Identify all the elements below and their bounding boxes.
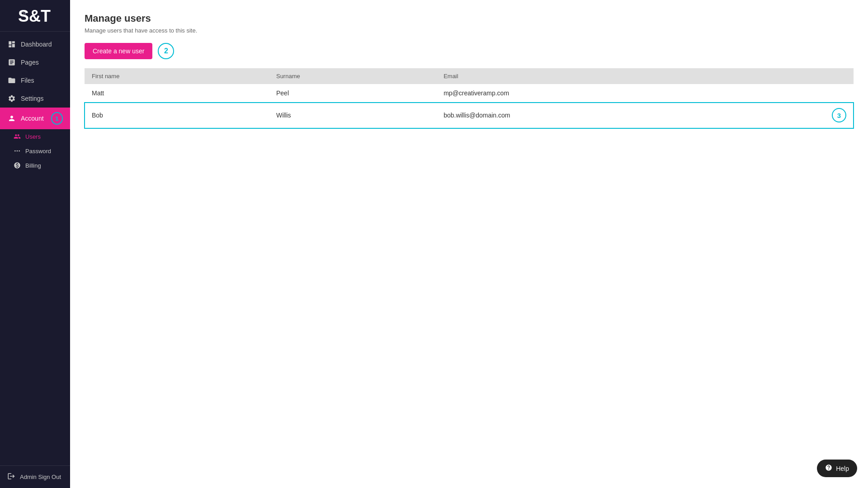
- help-label: Help: [836, 465, 849, 472]
- toolbar: Create a new user 2: [85, 43, 854, 59]
- sidebar-navigation: Dashboard Pages Files Settings: [0, 32, 70, 465]
- col-header-email: Email: [436, 68, 854, 84]
- sign-out-icon: [7, 472, 15, 482]
- sidebar-footer: Admin Sign Out: [0, 465, 70, 488]
- col-header-firstname: First name: [85, 68, 269, 84]
- users-table: First name Surname Email MattPeelmp@crea…: [85, 68, 854, 128]
- email-text: bob.willis@domain.com: [443, 112, 510, 119]
- files-icon: [7, 76, 16, 85]
- step2-badge: 2: [158, 43, 174, 59]
- help-icon: [825, 464, 832, 473]
- users-icon: [14, 133, 21, 140]
- table-row[interactable]: MattPeelmp@creativeramp.com: [85, 84, 854, 103]
- svg-point-6: [17, 150, 18, 152]
- svg-text:S: S: [18, 7, 28, 25]
- sidebar-item-pages-label: Pages: [21, 59, 39, 66]
- dashboard-icon: [7, 40, 16, 49]
- sidebar-item-pages[interactable]: Pages: [0, 53, 70, 71]
- sidebar-subitem-users-label: Users: [25, 133, 41, 140]
- cell-firstname: Bob: [85, 103, 269, 128]
- sidebar-subitem-billing[interactable]: Billing: [0, 158, 70, 173]
- settings-icon: [7, 94, 16, 103]
- col-header-surname: Surname: [269, 68, 436, 84]
- logo: S & T: [0, 0, 70, 32]
- svg-point-5: [14, 150, 16, 152]
- sidebar-item-settings[interactable]: Settings: [0, 89, 70, 108]
- cell-surname: Willis: [269, 103, 436, 128]
- users-table-body: MattPeelmp@creativeramp.comBobWillisbob.…: [85, 84, 854, 128]
- table-row[interactable]: BobWillisbob.willis@domain.com3: [85, 103, 854, 128]
- sidebar-item-settings-label: Settings: [21, 95, 44, 102]
- sidebar-item-account[interactable]: Account 1: [0, 108, 70, 129]
- cell-firstname: Matt: [85, 84, 269, 103]
- help-button[interactable]: Help: [817, 460, 857, 477]
- sidebar-subitem-password[interactable]: Password: [0, 144, 70, 158]
- svg-text:&: &: [29, 7, 40, 25]
- sign-out-label: Admin Sign Out: [20, 474, 61, 480]
- sidebar-item-files[interactable]: Files: [0, 71, 70, 89]
- password-icon: [14, 147, 21, 155]
- svg-point-7: [19, 150, 20, 152]
- sidebar-item-dashboard[interactable]: Dashboard: [0, 35, 70, 53]
- sidebar-item-dashboard-label: Dashboard: [21, 41, 52, 48]
- cell-email: bob.willis@domain.com3: [436, 103, 854, 128]
- pages-icon: [7, 58, 16, 67]
- page-title: Manage users: [85, 13, 854, 24]
- sidebar: S & T Dashboard Pages: [0, 0, 70, 488]
- billing-icon: [14, 162, 21, 169]
- step1-badge: 1: [51, 112, 63, 125]
- sidebar-subitem-users[interactable]: Users: [0, 129, 70, 144]
- sidebar-item-account-label: Account: [21, 115, 44, 122]
- cell-surname: Peel: [269, 84, 436, 103]
- svg-text:T: T: [41, 7, 51, 25]
- step3-badge: 3: [832, 108, 846, 122]
- sidebar-subitem-billing-label: Billing: [25, 162, 41, 169]
- account-icon: [7, 114, 16, 123]
- create-user-button[interactable]: Create a new user: [85, 43, 152, 59]
- sidebar-subitem-password-label: Password: [25, 148, 51, 155]
- logo-text: S & T: [17, 5, 53, 28]
- table-header: First name Surname Email: [85, 68, 854, 84]
- page-subtitle: Manage users that have access to this si…: [85, 27, 854, 34]
- sign-out-button[interactable]: Admin Sign Out: [7, 472, 63, 482]
- main-content: Manage users Manage users that have acce…: [70, 0, 868, 488]
- cell-email: mp@creativeramp.com: [436, 84, 854, 103]
- sidebar-item-files-label: Files: [21, 77, 34, 84]
